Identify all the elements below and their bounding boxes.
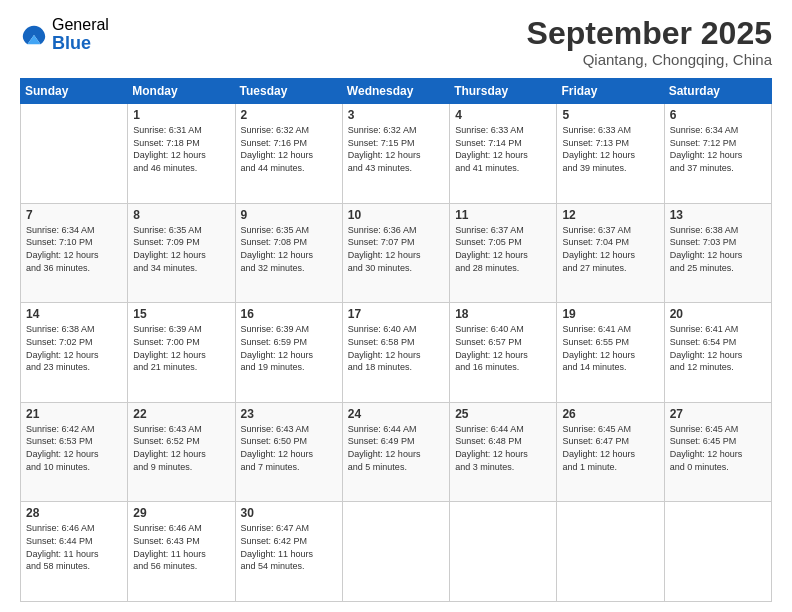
table-cell: 23Sunrise: 6:43 AM Sunset: 6:50 PM Dayli… [235,402,342,502]
table-cell: 11Sunrise: 6:37 AM Sunset: 7:05 PM Dayli… [450,203,557,303]
day-number: 5 [562,108,658,122]
day-number: 14 [26,307,122,321]
day-info: Sunrise: 6:35 AM Sunset: 7:09 PM Dayligh… [133,224,229,274]
day-info: Sunrise: 6:46 AM Sunset: 6:43 PM Dayligh… [133,522,229,572]
table-cell [557,502,664,602]
table-cell: 30Sunrise: 6:47 AM Sunset: 6:42 PM Dayli… [235,502,342,602]
table-cell: 17Sunrise: 6:40 AM Sunset: 6:58 PM Dayli… [342,303,449,403]
col-tuesday: Tuesday [235,79,342,104]
day-number: 26 [562,407,658,421]
day-info: Sunrise: 6:45 AM Sunset: 6:45 PM Dayligh… [670,423,766,473]
table-cell: 9Sunrise: 6:35 AM Sunset: 7:08 PM Daylig… [235,203,342,303]
table-cell: 10Sunrise: 6:36 AM Sunset: 7:07 PM Dayli… [342,203,449,303]
day-number: 7 [26,208,122,222]
table-cell: 28Sunrise: 6:46 AM Sunset: 6:44 PM Dayli… [21,502,128,602]
table-cell: 29Sunrise: 6:46 AM Sunset: 6:43 PM Dayli… [128,502,235,602]
day-number: 25 [455,407,551,421]
table-cell: 2Sunrise: 6:32 AM Sunset: 7:16 PM Daylig… [235,104,342,204]
table-cell: 21Sunrise: 6:42 AM Sunset: 6:53 PM Dayli… [21,402,128,502]
day-info: Sunrise: 6:39 AM Sunset: 6:59 PM Dayligh… [241,323,337,373]
table-cell: 25Sunrise: 6:44 AM Sunset: 6:48 PM Dayli… [450,402,557,502]
day-number: 16 [241,307,337,321]
table-cell [342,502,449,602]
table-cell: 26Sunrise: 6:45 AM Sunset: 6:47 PM Dayli… [557,402,664,502]
day-info: Sunrise: 6:47 AM Sunset: 6:42 PM Dayligh… [241,522,337,572]
day-number: 12 [562,208,658,222]
week-row-1: 1Sunrise: 6:31 AM Sunset: 7:18 PM Daylig… [21,104,772,204]
week-row-5: 28Sunrise: 6:46 AM Sunset: 6:44 PM Dayli… [21,502,772,602]
day-number: 21 [26,407,122,421]
day-info: Sunrise: 6:44 AM Sunset: 6:49 PM Dayligh… [348,423,444,473]
location: Qiantang, Chongqing, China [527,51,772,68]
day-info: Sunrise: 6:42 AM Sunset: 6:53 PM Dayligh… [26,423,122,473]
day-info: Sunrise: 6:41 AM Sunset: 6:54 PM Dayligh… [670,323,766,373]
col-friday: Friday [557,79,664,104]
day-number: 28 [26,506,122,520]
col-sunday: Sunday [21,79,128,104]
table-cell: 8Sunrise: 6:35 AM Sunset: 7:09 PM Daylig… [128,203,235,303]
logo-blue: Blue [52,34,109,54]
day-info: Sunrise: 6:40 AM Sunset: 6:58 PM Dayligh… [348,323,444,373]
day-number: 9 [241,208,337,222]
day-number: 4 [455,108,551,122]
day-info: Sunrise: 6:45 AM Sunset: 6:47 PM Dayligh… [562,423,658,473]
title-block: September 2025 Qiantang, Chongqing, Chin… [527,16,772,68]
day-info: Sunrise: 6:43 AM Sunset: 6:50 PM Dayligh… [241,423,337,473]
day-info: Sunrise: 6:40 AM Sunset: 6:57 PM Dayligh… [455,323,551,373]
day-number: 27 [670,407,766,421]
table-cell [21,104,128,204]
logo-text: GeneralBlue [52,16,109,53]
day-number: 30 [241,506,337,520]
day-number: 22 [133,407,229,421]
table-cell: 3Sunrise: 6:32 AM Sunset: 7:15 PM Daylig… [342,104,449,204]
table-cell: 4Sunrise: 6:33 AM Sunset: 7:14 PM Daylig… [450,104,557,204]
day-info: Sunrise: 6:33 AM Sunset: 7:14 PM Dayligh… [455,124,551,174]
day-number: 13 [670,208,766,222]
table-cell: 20Sunrise: 6:41 AM Sunset: 6:54 PM Dayli… [664,303,771,403]
day-info: Sunrise: 6:31 AM Sunset: 7:18 PM Dayligh… [133,124,229,174]
col-saturday: Saturday [664,79,771,104]
day-info: Sunrise: 6:37 AM Sunset: 7:04 PM Dayligh… [562,224,658,274]
table-cell: 19Sunrise: 6:41 AM Sunset: 6:55 PM Dayli… [557,303,664,403]
week-row-4: 21Sunrise: 6:42 AM Sunset: 6:53 PM Dayli… [21,402,772,502]
col-thursday: Thursday [450,79,557,104]
logo: GeneralBlue [20,16,109,53]
col-monday: Monday [128,79,235,104]
table-cell: 13Sunrise: 6:38 AM Sunset: 7:03 PM Dayli… [664,203,771,303]
day-number: 6 [670,108,766,122]
day-info: Sunrise: 6:32 AM Sunset: 7:16 PM Dayligh… [241,124,337,174]
day-info: Sunrise: 6:38 AM Sunset: 7:03 PM Dayligh… [670,224,766,274]
table-cell: 14Sunrise: 6:38 AM Sunset: 7:02 PM Dayli… [21,303,128,403]
day-info: Sunrise: 6:36 AM Sunset: 7:07 PM Dayligh… [348,224,444,274]
calendar: Sunday Monday Tuesday Wednesday Thursday… [20,78,772,602]
table-cell: 7Sunrise: 6:34 AM Sunset: 7:10 PM Daylig… [21,203,128,303]
day-number: 10 [348,208,444,222]
day-info: Sunrise: 6:43 AM Sunset: 6:52 PM Dayligh… [133,423,229,473]
table-cell: 1Sunrise: 6:31 AM Sunset: 7:18 PM Daylig… [128,104,235,204]
day-number: 19 [562,307,658,321]
day-info: Sunrise: 6:35 AM Sunset: 7:08 PM Dayligh… [241,224,337,274]
week-row-3: 14Sunrise: 6:38 AM Sunset: 7:02 PM Dayli… [21,303,772,403]
day-info: Sunrise: 6:34 AM Sunset: 7:12 PM Dayligh… [670,124,766,174]
day-info: Sunrise: 6:46 AM Sunset: 6:44 PM Dayligh… [26,522,122,572]
day-number: 17 [348,307,444,321]
day-number: 23 [241,407,337,421]
table-cell: 24Sunrise: 6:44 AM Sunset: 6:49 PM Dayli… [342,402,449,502]
table-cell: 6Sunrise: 6:34 AM Sunset: 7:12 PM Daylig… [664,104,771,204]
day-info: Sunrise: 6:34 AM Sunset: 7:10 PM Dayligh… [26,224,122,274]
table-cell: 18Sunrise: 6:40 AM Sunset: 6:57 PM Dayli… [450,303,557,403]
table-cell: 27Sunrise: 6:45 AM Sunset: 6:45 PM Dayli… [664,402,771,502]
day-info: Sunrise: 6:41 AM Sunset: 6:55 PM Dayligh… [562,323,658,373]
day-number: 18 [455,307,551,321]
day-number: 11 [455,208,551,222]
month-title: September 2025 [527,16,772,51]
week-row-2: 7Sunrise: 6:34 AM Sunset: 7:10 PM Daylig… [21,203,772,303]
day-number: 2 [241,108,337,122]
day-number: 3 [348,108,444,122]
table-cell: 5Sunrise: 6:33 AM Sunset: 7:13 PM Daylig… [557,104,664,204]
day-info: Sunrise: 6:39 AM Sunset: 7:00 PM Dayligh… [133,323,229,373]
day-info: Sunrise: 6:38 AM Sunset: 7:02 PM Dayligh… [26,323,122,373]
table-cell [450,502,557,602]
day-number: 15 [133,307,229,321]
logo-icon [20,21,48,49]
